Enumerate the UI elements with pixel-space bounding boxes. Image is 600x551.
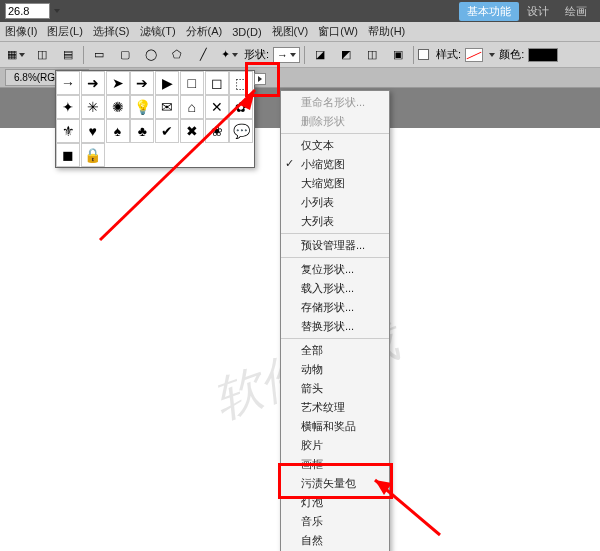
ellipse-icon[interactable]: ◯ xyxy=(140,44,162,66)
shape-cell-12[interactable]: ✉ xyxy=(155,95,179,119)
shape-cell-20[interactable]: ✔ xyxy=(155,119,179,143)
menu-item[interactable]: 画框 xyxy=(281,455,389,474)
shape-cell-17[interactable]: ♥ xyxy=(81,119,105,143)
menu-item[interactable]: 仅文本 xyxy=(281,136,389,155)
tab-basic[interactable]: 基本功能 xyxy=(459,2,519,21)
shape-cell-18[interactable]: ♠ xyxy=(106,119,130,143)
shape-cell-25[interactable]: 🔒 xyxy=(81,143,105,167)
menu-item[interactable]: 大列表 xyxy=(281,212,389,231)
shape-cell-2[interactable]: ➤ xyxy=(106,71,130,95)
shape-cell-11[interactable]: 💡 xyxy=(130,95,154,119)
menu-analysis[interactable]: 分析(A) xyxy=(186,24,223,39)
shape-cell-21[interactable]: ✖ xyxy=(180,119,204,143)
shape-cell-10[interactable]: ✺ xyxy=(106,95,130,119)
menu-item[interactable]: 污渍矢量包 xyxy=(281,474,389,493)
color-label: 颜色: xyxy=(499,47,524,62)
custom-shape-icon[interactable]: ✦ xyxy=(218,44,240,66)
menu-item[interactable]: 预设管理器... xyxy=(281,236,389,255)
menu-filter[interactable]: 滤镜(T) xyxy=(140,24,176,39)
menu-item: 删除形状 xyxy=(281,112,389,131)
menu-item[interactable]: 全部 xyxy=(281,341,389,360)
menu-item[interactable]: 复位形状... xyxy=(281,260,389,279)
menu-item[interactable]: 箭头 xyxy=(281,379,389,398)
menu-item[interactable]: 艺术纹理 xyxy=(281,398,389,417)
paths-icon[interactable]: ◫ xyxy=(31,44,53,66)
shape-cell-9[interactable]: ✳ xyxy=(81,95,105,119)
menu-select[interactable]: 选择(S) xyxy=(93,24,130,39)
menu-item[interactable]: 横幅和奖品 xyxy=(281,417,389,436)
style-none-icon[interactable] xyxy=(465,48,483,62)
app-topbar: 基本功能 设计 绘画 xyxy=(0,0,600,22)
color-swatch[interactable] xyxy=(528,48,558,62)
menu-item[interactable]: 灯泡 xyxy=(281,493,389,512)
shape-cell-0[interactable]: → xyxy=(56,71,80,95)
shape-cell-23[interactable]: 💬 xyxy=(229,119,253,143)
rect-tool-icon[interactable]: ▭ xyxy=(88,44,110,66)
menu-view[interactable]: 视图(V) xyxy=(272,24,309,39)
menu-item[interactable]: 替换形状... xyxy=(281,317,389,336)
zoom-input[interactable] xyxy=(5,3,50,19)
menu-item[interactable]: 音乐 xyxy=(281,512,389,531)
line-icon[interactable]: ╱ xyxy=(192,44,214,66)
fill-pixels-icon[interactable]: ▤ xyxy=(57,44,79,66)
shape-picker-panel: →➜➤➔▶□◻⬚✦✳✺💡✉⌂✕✿⚜♥♠♣✔✖❀💬◼🔒 xyxy=(55,70,255,168)
intersect-icon[interactable]: ◫ xyxy=(361,44,383,66)
shape-cell-3[interactable]: ➔ xyxy=(130,71,154,95)
shape-cell-7[interactable]: ⬚ xyxy=(229,71,253,95)
shape-cell-16[interactable]: ⚜ xyxy=(56,119,80,143)
shape-cell-5[interactable]: □ xyxy=(180,71,204,95)
menu-item[interactable]: 小列表 xyxy=(281,193,389,212)
menu-item[interactable]: 存储形状... xyxy=(281,298,389,317)
shape-picker-badge[interactable]: → xyxy=(273,47,300,63)
style-label: 样式: xyxy=(436,47,461,62)
combine-icon[interactable]: ◪ xyxy=(309,44,331,66)
menu-item[interactable]: 胶片 xyxy=(281,436,389,455)
shape-cell-1[interactable]: ➜ xyxy=(81,71,105,95)
shape-layers-icon[interactable]: ▦ xyxy=(5,44,27,66)
tab-paint[interactable]: 绘画 xyxy=(557,2,595,21)
shape-cell-15[interactable]: ✿ xyxy=(229,95,253,119)
shape-cell-22[interactable]: ❀ xyxy=(205,119,229,143)
menu-item: 重命名形状... xyxy=(281,93,389,112)
shape-label: 形状: xyxy=(244,47,269,62)
subtract-icon[interactable]: ◩ xyxy=(335,44,357,66)
menu-image[interactable]: 图像(I) xyxy=(5,24,37,39)
shape-cell-6[interactable]: ◻ xyxy=(205,71,229,95)
shape-cell-4[interactable]: ▶ xyxy=(155,71,179,95)
menu-layer[interactable]: 图层(L) xyxy=(47,24,82,39)
shape-cell-24[interactable]: ◼ xyxy=(56,143,80,167)
menubar: 图像(I) 图层(L) 选择(S) 滤镜(T) 分析(A) 3D(D) 视图(V… xyxy=(0,22,600,42)
shape-cell-19[interactable]: ♣ xyxy=(130,119,154,143)
tab-design[interactable]: 设计 xyxy=(519,2,557,21)
options-bar: ▦ ◫ ▤ ▭ ▢ ◯ ⬠ ╱ ✦ 形状: → ◪ ◩ ◫ ▣ 样式: 颜色: xyxy=(0,42,600,68)
rounded-rect-icon[interactable]: ▢ xyxy=(114,44,136,66)
shape-context-menu: 重命名形状...删除形状仅文本小缩览图大缩览图小列表大列表预设管理器...复位形… xyxy=(280,90,390,551)
menu-item[interactable]: 载入形状... xyxy=(281,279,389,298)
zoom-dropdown-icon[interactable] xyxy=(54,9,60,13)
exclude-icon[interactable]: ▣ xyxy=(387,44,409,66)
workspace-tabs: 基本功能 设计 绘画 xyxy=(459,2,595,21)
flyout-button[interactable] xyxy=(254,73,266,85)
menu-help[interactable]: 帮助(H) xyxy=(368,24,405,39)
menu-item[interactable]: 大缩览图 xyxy=(281,174,389,193)
menu-item[interactable]: 自然 xyxy=(281,531,389,550)
shape-cell-8[interactable]: ✦ xyxy=(56,95,80,119)
polygon-icon[interactable]: ⬠ xyxy=(166,44,188,66)
align-edges-checkbox[interactable] xyxy=(418,49,429,60)
menu-item[interactable]: 动物 xyxy=(281,360,389,379)
menu-item[interactable]: 小缩览图 xyxy=(281,155,389,174)
menu-window[interactable]: 窗口(W) xyxy=(318,24,358,39)
shape-cell-13[interactable]: ⌂ xyxy=(180,95,204,119)
shape-cell-14[interactable]: ✕ xyxy=(205,95,229,119)
menu-3d[interactable]: 3D(D) xyxy=(232,26,261,38)
